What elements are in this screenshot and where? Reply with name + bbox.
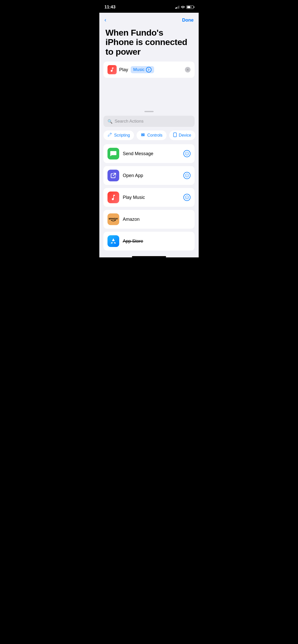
category-controls[interactable]: Controls: [137, 130, 167, 140]
svg-text:i: i: [187, 153, 187, 155]
bottom-sheet: 🔍 Search Actions Scripting: [99, 111, 199, 257]
play-music-item[interactable]: Play Music i: [103, 188, 195, 207]
category-scripting[interactable]: Scripting: [103, 130, 134, 140]
app-store-item[interactable]: App Store: [103, 232, 195, 251]
svg-point-7: [175, 136, 175, 137]
home-indicator: [132, 256, 166, 257]
back-chevron-icon: ‹: [104, 17, 106, 23]
device-icon: [173, 133, 177, 138]
done-button[interactable]: Done: [182, 18, 194, 23]
action-music-pill[interactable]: Music: [131, 66, 154, 73]
main-content: ‹ Done When Fundo's iPhone is connected …: [99, 13, 199, 257]
controls-label: Controls: [147, 133, 162, 138]
status-time: 11:43: [104, 5, 115, 10]
more-categories-button[interactable]: [198, 130, 199, 140]
open-app-icon: [107, 170, 119, 181]
send-message-item[interactable]: Send Message i: [103, 144, 195, 163]
page-title: When Fundo's iPhone is connected to powe…: [105, 28, 193, 56]
svg-text:amazon: amazon: [109, 217, 118, 220]
status-icons: 53: [175, 5, 194, 9]
status-bar: 11:43 53: [99, 0, 199, 13]
category-device[interactable]: Device: [169, 130, 195, 140]
search-bar[interactable]: 🔍 Search Actions: [103, 116, 195, 127]
page-title-section: When Fundo's iPhone is connected to powe…: [99, 26, 199, 62]
category-filters: Scripting Controls: [99, 130, 199, 144]
signal-icon: [175, 6, 180, 9]
device-label: Device: [179, 133, 191, 138]
back-button[interactable]: ‹: [104, 17, 106, 23]
wifi-icon: [181, 5, 185, 9]
svg-point-3: [142, 134, 143, 135]
scripting-label: Scripting: [114, 133, 130, 138]
play-music-info-button[interactable]: i: [183, 194, 191, 201]
action-card[interactable]: Play Music: [103, 62, 195, 78]
play-music-icon: [107, 192, 119, 203]
amazon-label: Amazon: [123, 217, 191, 222]
svg-point-4: [143, 134, 144, 135]
spacer: [99, 83, 199, 108]
play-music-label: Play Music: [123, 195, 180, 200]
svg-rect-8: [174, 133, 175, 133]
action-play-label: Play: [119, 67, 128, 72]
phone-frame: 11:43 53: [99, 0, 199, 259]
send-message-info-button[interactable]: i: [183, 150, 191, 157]
scripting-icon: [107, 133, 112, 138]
action-pill-arrow-icon: [146, 67, 152, 72]
amazon-item[interactable]: amazon Amazon: [103, 210, 195, 229]
open-app-item[interactable]: Open App i: [103, 166, 195, 185]
music-app-icon: [107, 65, 117, 74]
action-list: Send Message i: [99, 144, 199, 253]
open-app-info-button[interactable]: i: [183, 172, 191, 179]
battery-indicator: 53: [186, 5, 194, 9]
action-close-button[interactable]: [185, 67, 191, 72]
send-message-icon: [107, 148, 119, 159]
nav-bar: ‹ Done: [99, 13, 199, 26]
open-app-label: Open App: [123, 173, 180, 178]
search-icon: 🔍: [107, 119, 113, 124]
amazon-icon: amazon: [107, 213, 119, 225]
send-message-label: Send Message: [123, 151, 180, 156]
svg-point-5: [142, 135, 143, 136]
drag-handle: [144, 111, 154, 112]
controls-icon: [141, 133, 145, 138]
svg-text:i: i: [187, 174, 187, 177]
action-pill-text: Music: [133, 67, 144, 72]
search-container: 🔍 Search Actions: [99, 116, 199, 130]
app-store-label: App Store: [123, 239, 191, 244]
app-store-icon: [107, 235, 119, 247]
svg-text:i: i: [187, 196, 187, 199]
search-placeholder: Search Actions: [115, 119, 143, 124]
